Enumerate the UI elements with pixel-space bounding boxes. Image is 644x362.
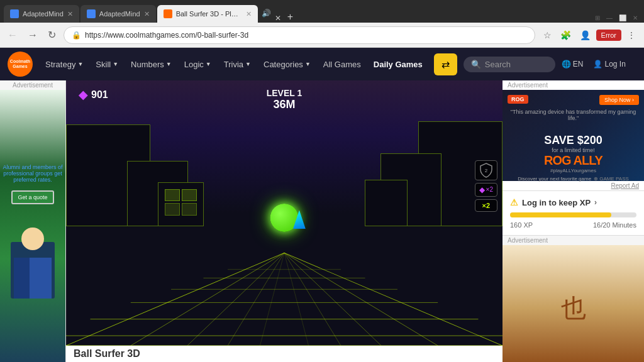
svg-line-12 xyxy=(284,253,502,346)
language-button[interactable]: 🌐 EN xyxy=(558,57,587,71)
nav-daily-games[interactable]: Daily Games xyxy=(369,57,428,72)
browser-tab-2[interactable]: AdaptedMind ✕ xyxy=(80,5,156,23)
svg-line-13 xyxy=(131,253,284,346)
rog-quote-text: "This amazing device has transformed my … xyxy=(508,109,639,121)
rog-shop-button[interactable]: Shop Now › xyxy=(599,95,639,105)
chevron-down-icon: ▼ xyxy=(166,61,172,67)
rog-tagline: #playALLYourgames xyxy=(550,168,596,173)
game-title: Ball Surfer 3D xyxy=(66,346,502,362)
rog-badge: ROG xyxy=(508,95,528,104)
url-bar[interactable]: 🔒 https://www.coolmathgames.com/0-ball-s… xyxy=(64,26,535,44)
xp-section: ⚠ Log in to keep XP › 160 XP 16/20 Minut… xyxy=(502,191,644,236)
svg-line-11 xyxy=(66,253,284,346)
game-canvas: ◆ 901 LEVEL 1 36M 2 ◆ xyxy=(66,80,502,346)
chevron-down-icon: ▼ xyxy=(245,61,251,67)
xp-info: 160 XP 16/20 Minutes xyxy=(510,221,636,229)
svg-line-19 xyxy=(260,253,284,346)
tab-favicon-2 xyxy=(87,9,96,18)
close-window-button[interactable]: ✕ xyxy=(630,13,640,23)
nav-categories[interactable]: Categories ▼ xyxy=(258,57,316,72)
badge-diamond-value: ×2 xyxy=(486,186,493,193)
left-advertisement: Advertisement Alumni and members of prof… xyxy=(0,80,66,362)
tab-title-2: AdaptedMind xyxy=(99,10,140,18)
nav-numbers[interactable]: Numbers ▼ xyxy=(126,57,177,72)
right-sidebar: Advertisement ROG Shop Now › "This amazi… xyxy=(502,80,644,362)
report-ad-link[interactable]: Report Ad xyxy=(502,181,644,190)
reload-button[interactable]: ↻ xyxy=(45,28,58,42)
tab-close-2[interactable]: ✕ xyxy=(144,10,150,18)
rog-logo: ROG ALLY xyxy=(544,153,602,168)
url-text: https://www.coolmathgames.com/0-ball-sur… xyxy=(85,31,527,40)
user-icon: 👤 xyxy=(593,60,602,69)
bottom-ad-text: 也 xyxy=(561,291,586,326)
bottom-advertisement[interactable]: Advertisement 也 xyxy=(502,236,644,362)
nav-logic[interactable]: Logic ▼ xyxy=(179,57,216,72)
bottom-ad-kanji: 也 xyxy=(561,291,586,326)
left-ad-label: Advertisement xyxy=(0,80,65,90)
badge-shield: 2 xyxy=(475,160,497,180)
nav-strategy[interactable]: Strategy ▼ xyxy=(40,57,88,72)
maximize-button[interactable]: ⬜ xyxy=(616,13,629,23)
search-input[interactable] xyxy=(485,60,548,69)
nav-all-games[interactable]: All Games xyxy=(318,57,366,72)
shuffle-button[interactable]: ⇄ xyxy=(434,53,457,75)
xp-bar-fill xyxy=(510,212,611,217)
svg-line-16 xyxy=(284,253,381,346)
rog-limited-text: for a limited time! xyxy=(552,147,595,153)
logo[interactable]: CoolmathGames xyxy=(8,52,33,77)
tab-title-3: Ball Surfer 3D - Play online... xyxy=(176,10,242,18)
tab-close-1[interactable]: ✕ xyxy=(67,10,73,18)
badge-diamond: ◆ ×2 xyxy=(475,183,497,197)
window-2 xyxy=(182,189,197,201)
rog-ad-section: Advertisement ROG Shop Now › "This amazi… xyxy=(502,80,644,191)
svg-line-15 xyxy=(187,253,284,346)
globe-icon: 🌐 xyxy=(562,60,571,69)
logo-text: CoolmathGames xyxy=(10,59,30,70)
back-button[interactable]: ← xyxy=(5,28,20,42)
game-container[interactable]: ◆ 901 LEVEL 1 36M 2 ◆ xyxy=(66,80,502,346)
new-tab-button[interactable]: + xyxy=(282,11,298,23)
tab-bar: AdaptedMind ✕ AdaptedMind ✕ Ball Surfer … xyxy=(0,0,644,23)
left-ad-image[interactable]: Alumni and members of professional group… xyxy=(0,90,65,362)
score-value: 901 xyxy=(91,89,108,101)
profile-icon[interactable]: 👤 xyxy=(577,28,594,42)
svg-rect-3 xyxy=(14,258,30,299)
rog-save-text: SAVE $200 xyxy=(544,134,602,147)
ad-label-bottom: Advertisement xyxy=(502,236,644,245)
error-button[interactable]: Error xyxy=(596,30,621,41)
bookmark-button[interactable]: ☆ xyxy=(540,28,555,42)
login-button[interactable]: 👤 Log In xyxy=(589,57,629,71)
xp-amount: 160 XP xyxy=(510,221,533,229)
svg-point-1 xyxy=(21,228,44,250)
browser-tab-3[interactable]: Ball Surfer 3D - Play online... ✕ xyxy=(157,5,258,23)
badge-multiplier: ×2 xyxy=(482,202,491,209)
svg-line-18 xyxy=(284,253,341,346)
browser-chrome: AdaptedMind ✕ AdaptedMind ✕ Ball Surfer … xyxy=(0,0,644,48)
ad-label-top: Advertisement xyxy=(502,80,644,90)
audio-icon[interactable]: 🔊 xyxy=(259,9,274,18)
window-controls: ⊞ — ⬜ ✕ xyxy=(592,13,640,23)
svg-line-17 xyxy=(228,253,284,346)
menu-button[interactable]: ⋮ xyxy=(624,28,639,42)
diamond-icon: ◆ xyxy=(79,88,87,102)
get-a-quote-button[interactable]: Get a quote xyxy=(11,190,53,204)
grid-floor-svg xyxy=(66,213,502,346)
nav-skill[interactable]: Skill ▼ xyxy=(91,57,123,72)
extensions-icon[interactable]: 🧩 xyxy=(557,28,574,42)
discover-text: Discover your next favorite game xyxy=(518,176,591,182)
rog-advertisement[interactable]: ROG Shop Now › "This amazing device has … xyxy=(502,90,644,181)
nav-trivia[interactable]: Trivia ▼ xyxy=(219,57,256,72)
tab-close-3[interactable]: ✕ xyxy=(246,10,252,18)
forward-button[interactable]: → xyxy=(25,28,40,42)
minimize-button[interactable]: — xyxy=(604,13,615,23)
tab-close-active[interactable]: ✕ xyxy=(275,14,281,23)
buildings-left xyxy=(66,80,219,226)
browser-tab-1[interactable]: AdaptedMind ✕ xyxy=(4,5,79,23)
chevron-down-icon: ▼ xyxy=(77,61,83,67)
logo-circle: CoolmathGames xyxy=(8,52,33,77)
chevron-down-icon: ▼ xyxy=(113,61,118,67)
lock-icon: 🔒 xyxy=(72,31,81,40)
tab-favicon-1 xyxy=(10,9,19,18)
extensions-button[interactable]: ⊞ xyxy=(592,13,602,23)
page-content: CoolmathGames Strategy ▼ Skill ▼ Numbers… xyxy=(0,48,644,362)
